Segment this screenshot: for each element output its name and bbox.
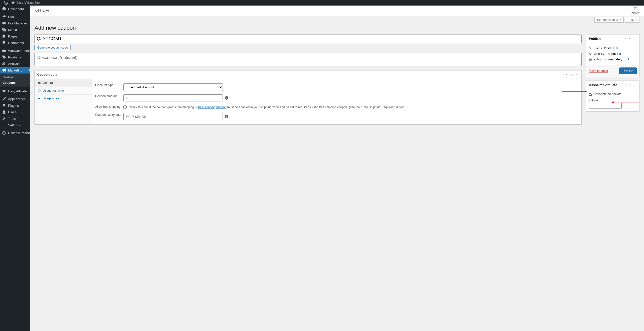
chevron-down-icon bbox=[629, 84, 632, 87]
expiry-date-label: Coupon expiry date bbox=[95, 113, 123, 117]
menu-pages[interactable]: Pages bbox=[0, 33, 30, 40]
star-icon bbox=[2, 89, 6, 93]
postbox-toggle-button[interactable] bbox=[574, 72, 579, 77]
edit-schedule-link[interactable]: Edit bbox=[624, 58, 629, 61]
pin-icon bbox=[2, 15, 6, 19]
menu-label: Posts bbox=[8, 15, 16, 19]
menu-products[interactable]: Products bbox=[0, 54, 30, 60]
chevron-up-icon bbox=[624, 37, 627, 40]
site-name-link[interactable]: Easy Affiliate Site bbox=[10, 1, 42, 5]
chevron-down-icon bbox=[619, 19, 621, 21]
menu-posts[interactable]: Posts bbox=[0, 13, 30, 20]
chevron-down-icon bbox=[635, 19, 637, 21]
menu-label: Plugins bbox=[8, 104, 19, 107]
collapse-menu[interactable]: Collapse menu bbox=[0, 130, 30, 136]
menu-label: Tools bbox=[8, 117, 16, 121]
submenu-coupons[interactable]: Coupons bbox=[0, 80, 30, 86]
menu-marketing[interactable]: Marketing bbox=[0, 67, 30, 73]
home-icon bbox=[11, 1, 15, 5]
menu-woocommerce[interactable]: WooCommerce bbox=[0, 47, 30, 54]
screen-options-button[interactable]: Screen Options bbox=[594, 17, 624, 23]
coupon-description-input[interactable] bbox=[34, 53, 582, 66]
publish-button[interactable]: Publish bbox=[619, 67, 637, 74]
block-icon bbox=[37, 89, 41, 92]
collapse-icon bbox=[2, 131, 6, 135]
postbox-up-button[interactable] bbox=[624, 83, 628, 87]
woocommerce-icon bbox=[2, 49, 6, 53]
menu-dashboard[interactable]: Dashboard bbox=[0, 6, 30, 12]
caret-up-icon bbox=[633, 84, 636, 87]
menu-label: Comments bbox=[8, 41, 24, 45]
menu-label: Media bbox=[8, 28, 17, 32]
menu-analytics[interactable]: Analytics bbox=[0, 60, 30, 67]
wrench-icon bbox=[2, 117, 6, 121]
menu-label: Appearance bbox=[8, 97, 26, 101]
page-tabbar: Add New Activity bbox=[30, 6, 644, 16]
chevron-up-icon bbox=[624, 84, 627, 87]
free-shipping-description: Check this box if the coupon grants free… bbox=[129, 105, 406, 109]
wp-logo[interactable] bbox=[2, 1, 10, 5]
menu-tools[interactable]: Tools bbox=[0, 115, 30, 122]
publish-postbox: Publish Status: Draft Edit Visibility: P… bbox=[586, 34, 639, 77]
discount-type-select[interactable]: Fixed cart discount bbox=[123, 83, 223, 91]
free-shipping-checkbox[interactable] bbox=[123, 105, 127, 109]
menu-label: Dashboard bbox=[8, 7, 24, 11]
caret-up-icon bbox=[575, 73, 578, 77]
svg-point-3 bbox=[589, 47, 591, 49]
tab-usage-restriction[interactable]: Usage restriction bbox=[35, 87, 92, 95]
tab-usage-limits[interactable]: Usage limits bbox=[35, 95, 92, 102]
submenu-overview[interactable]: Overview bbox=[0, 75, 30, 80]
coupon-code-input[interactable] bbox=[34, 34, 582, 43]
marketing-submenu: Overview Coupons bbox=[0, 73, 30, 87]
analytics-icon bbox=[2, 62, 6, 66]
menu-label: Products bbox=[8, 55, 21, 59]
postbox-down-button[interactable] bbox=[628, 83, 632, 87]
generate-coupon-button[interactable]: Generate coupon code bbox=[34, 45, 71, 50]
help-tip-icon[interactable]: ? bbox=[225, 115, 228, 118]
coupon-amount-input[interactable] bbox=[123, 94, 223, 101]
help-button[interactable]: Help bbox=[625, 17, 639, 23]
activity-panel-button[interactable]: Activity bbox=[631, 7, 639, 14]
menu-label: WooCommerce bbox=[8, 49, 30, 53]
tab-add-new[interactable]: Add New bbox=[34, 9, 49, 13]
menu-label: Marketing bbox=[8, 68, 22, 72]
edit-visibility-link[interactable]: Edit bbox=[617, 52, 622, 56]
affiliate-input[interactable] bbox=[589, 103, 622, 109]
move-to-trash-link[interactable]: Move to Trash bbox=[589, 69, 608, 73]
help-tip-icon[interactable]: ? bbox=[225, 96, 228, 100]
menu-label: Users bbox=[8, 110, 17, 114]
associate-affiliate-title: Associate Affiliate bbox=[589, 83, 624, 87]
wordpress-icon bbox=[4, 1, 8, 5]
edit-status-link[interactable]: Edit bbox=[613, 47, 618, 50]
tab-general[interactable]: General bbox=[35, 79, 92, 87]
associate-affiliate-postbox: Associate Affiliate Associate an Affilia… bbox=[586, 81, 639, 112]
postbox-down-button[interactable] bbox=[628, 37, 632, 41]
plugin-icon bbox=[2, 103, 6, 107]
menu-label: Settings bbox=[8, 123, 20, 127]
menu-media[interactable]: Media bbox=[0, 26, 30, 33]
menu-easy-affiliate[interactable]: Easy Affiliate bbox=[0, 88, 30, 94]
menu-file-manager[interactable]: File Manager bbox=[0, 20, 30, 26]
comment-icon bbox=[2, 41, 6, 45]
postbox-up-button[interactable] bbox=[564, 72, 569, 77]
free-shipping-method-link[interactable]: free shipping method bbox=[198, 105, 226, 109]
menu-appearance[interactable]: Appearance bbox=[0, 96, 30, 102]
postbox-toggle-button[interactable] bbox=[633, 83, 637, 87]
postbox-down-button[interactable] bbox=[569, 72, 574, 77]
menu-plugins[interactable]: Plugins bbox=[0, 102, 30, 109]
menu-settings[interactable]: Settings bbox=[0, 122, 30, 128]
chevron-up-icon bbox=[565, 73, 568, 77]
menu-label: Easy Affiliate bbox=[8, 89, 27, 93]
expiry-date-input[interactable] bbox=[123, 113, 223, 120]
caret-up-icon bbox=[633, 37, 636, 40]
page-title: Add new coupon bbox=[34, 25, 639, 31]
page-icon bbox=[2, 34, 6, 38]
menu-users[interactable]: Users bbox=[0, 109, 30, 115]
menu-comments[interactable]: Comments bbox=[0, 40, 30, 46]
postbox-toggle-button[interactable] bbox=[633, 37, 637, 41]
postbox-up-button[interactable] bbox=[624, 37, 628, 41]
coupon-data-title: Coupon data bbox=[37, 73, 564, 77]
megaphone-icon bbox=[2, 68, 6, 72]
associate-affiliate-checkbox[interactable] bbox=[589, 93, 592, 96]
coupon-data-postbox: Coupon data General Usage restriction Us… bbox=[34, 70, 582, 125]
